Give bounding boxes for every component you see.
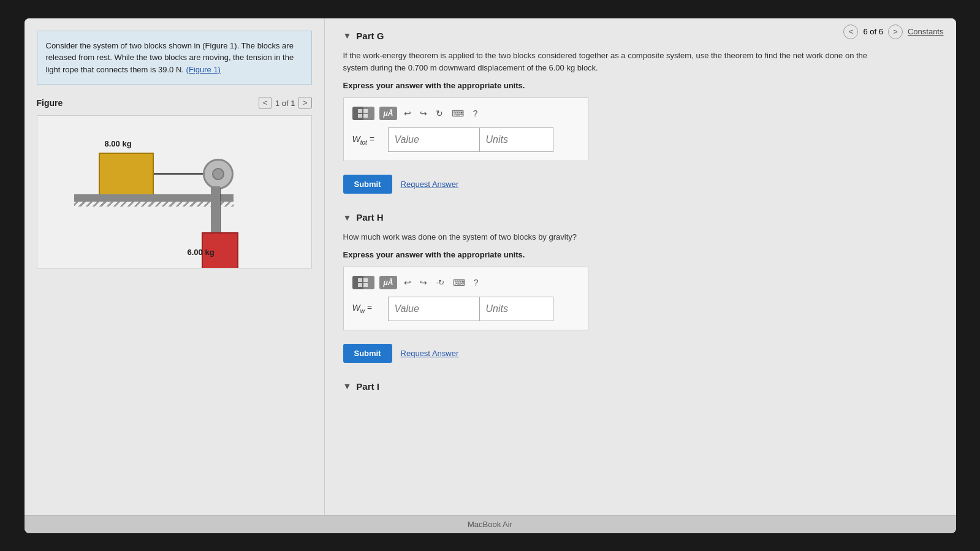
part-h-input-label: Ww = [352, 303, 383, 314]
top-navigation: < 6 of 6 > Constants [843, 25, 943, 39]
problem-description: Consider the system of two blocks shown … [46, 41, 294, 74]
figure-section: Figure < 1 of 1 > [37, 97, 312, 503]
prev-question-button[interactable]: < [843, 25, 858, 39]
part-g-request-answer-link[interactable]: Request Answer [401, 180, 459, 189]
part-h-refresh-button[interactable]: ·↻ [434, 276, 446, 289]
support-arm [211, 186, 220, 235]
macbook-label: MacBook Air [468, 520, 512, 529]
rope-horizontal [154, 173, 209, 175]
part-g-submit-button[interactable]: Submit [343, 175, 392, 194]
part-h-value-input[interactable] [388, 297, 480, 321]
part-h-units-input[interactable] [480, 297, 553, 321]
part-h-description: How much work was done on the system of … [343, 231, 895, 244]
part-h-mu-button[interactable]: μÅ [379, 276, 398, 289]
part-h-collapse-arrow[interactable]: ▼ [343, 213, 352, 222]
part-h-submit-button[interactable]: Submit [343, 344, 392, 363]
part-h-toolbar: μÅ ↩ ↪ ·↻ ⌨ ? [352, 276, 579, 289]
figure-page-indicator: 1 of 1 [275, 99, 295, 108]
macbook-bar: MacBook Air [25, 515, 956, 533]
part-g-description: If the work-energy theorem is applied to… [343, 50, 895, 75]
part-h-header: ▼ Part H [343, 212, 938, 222]
part-g-answer-box: μÅ ↩ ↪ ↻ ⌨ ? Wtot = [343, 97, 588, 161]
part-h-action-row: Submit Request Answer [343, 344, 938, 363]
problem-text: Consider the system of two blocks shown … [37, 31, 312, 85]
part-g-input-row: Wtot = [352, 127, 579, 152]
figure-link[interactable]: (Figure 1) [186, 65, 221, 74]
part-h-express-text: Express your answer with the appropriate… [343, 250, 938, 259]
constants-link[interactable]: Constants [908, 27, 944, 36]
svg-rect-3 [363, 114, 368, 118]
svg-rect-5 [358, 283, 362, 287]
surface-texture [74, 202, 234, 207]
part-h-matrix-button[interactable] [352, 276, 374, 289]
svg-rect-2 [363, 109, 368, 113]
next-question-button[interactable]: > [888, 25, 903, 39]
part-h-input-row: Ww = [352, 297, 579, 321]
part-g-section: ▼ Part G If the work-energy theorem is a… [343, 31, 938, 194]
red-block-label: 6.00 kg [188, 248, 215, 257]
part-i-collapse-arrow[interactable]: ▼ [343, 381, 352, 391]
part-h-undo-button[interactable]: ↩ [402, 276, 413, 289]
page-indicator: 6 of 6 [863, 27, 883, 36]
part-g-mu-button[interactable]: μÅ [379, 107, 398, 120]
figure-next-button[interactable]: > [298, 97, 311, 109]
part-g-redo-button[interactable]: ↪ [418, 107, 429, 120]
part-h-keyboard-button[interactable]: ⌨ [451, 276, 467, 289]
part-h-section: ▼ Part H How much work was done on the s… [343, 212, 938, 363]
part-g-input-label: Wtot = [352, 134, 383, 146]
figure-title: Figure [37, 98, 63, 108]
part-h-title: Part H [356, 212, 383, 222]
part-g-express-text: Express your answer with the appropriate… [343, 81, 938, 90]
figure-navigation: < 1 of 1 > [259, 97, 312, 109]
part-i-section: ▼ Part I [343, 381, 938, 392]
right-panel: < 6 of 6 > Constants ▼ Part G If the wor… [325, 18, 956, 515]
part-g-action-row: Submit Request Answer [343, 175, 938, 194]
part-h-redo-button[interactable]: ↪ [418, 276, 429, 289]
part-g-units-input[interactable] [480, 127, 553, 152]
part-h-help-button[interactable]: ? [472, 276, 481, 289]
part-g-value-input[interactable] [388, 127, 480, 152]
part-g-undo-button[interactable]: ↩ [402, 107, 413, 120]
svg-rect-7 [363, 283, 368, 287]
part-g-help-button[interactable]: ? [471, 107, 479, 120]
surface [74, 194, 234, 202]
part-h-answer-box: μÅ ↩ ↪ ·↻ ⌨ ? Ww = [343, 267, 588, 330]
figure-diagram: 8.00 kg 6.00 kg [37, 115, 312, 268]
part-g-collapse-arrow[interactable]: ▼ [343, 31, 352, 40]
part-g-matrix-button[interactable] [352, 107, 374, 120]
part-g-refresh-button[interactable]: ↻ [434, 107, 445, 120]
figure-prev-button[interactable]: < [259, 97, 272, 109]
part-h-request-answer-link[interactable]: Request Answer [401, 349, 459, 358]
svg-rect-0 [358, 109, 362, 113]
part-i-header: ▼ Part I [343, 381, 938, 392]
part-g-toolbar: μÅ ↩ ↪ ↻ ⌨ ? [352, 107, 579, 120]
svg-rect-4 [358, 278, 362, 282]
part-g-title: Part G [356, 31, 384, 41]
svg-rect-6 [363, 278, 368, 282]
pulley [203, 159, 234, 189]
part-g-keyboard-button[interactable]: ⌨ [450, 107, 466, 120]
part-i-title: Part I [356, 381, 379, 392]
svg-rect-1 [358, 114, 362, 118]
yellow-block-label: 8.00 kg [105, 139, 132, 148]
yellow-block [99, 153, 154, 196]
